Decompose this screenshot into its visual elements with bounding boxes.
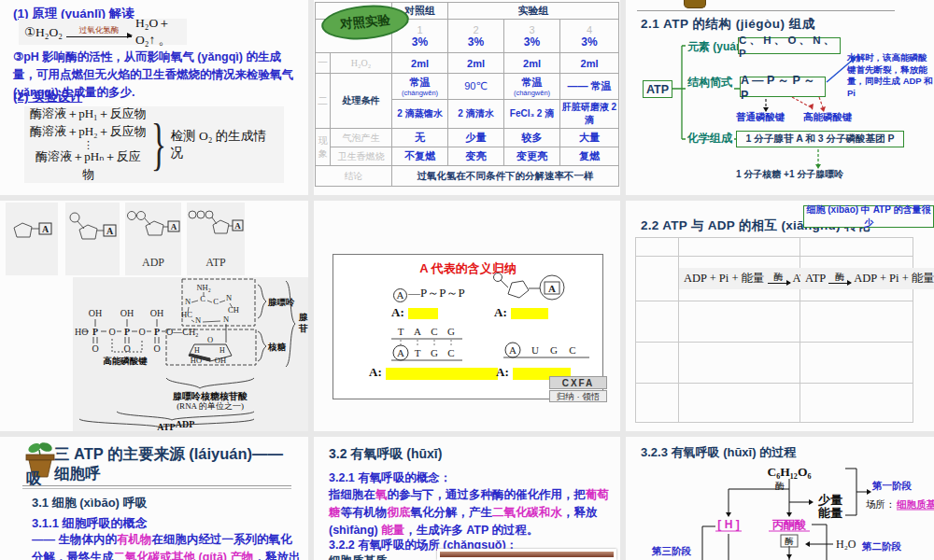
svg-text:O: O [108, 327, 115, 337]
cell-empty [679, 384, 800, 423]
slide-atp-structure[interactable]: 2.1 ATP 的结构 (jiégòu) 组成 元素 (yuánsù) 组成 C… [626, 0, 934, 195]
a-blank-label: A: [369, 365, 498, 380]
arrow-icon [828, 283, 851, 284]
atp-diagram: A [187, 203, 245, 249]
dna-pairing-diagram: T A C G A T G C [389, 326, 475, 365]
def-segment-highlight: 氧 [375, 488, 388, 501]
slide-atp-adp-conversion[interactable]: 2.2 ATP 与 ADP 的相互 (xiānghù) 转化 细胞 (xìbāo… [626, 201, 934, 431]
svg-text:T: T [415, 347, 421, 358]
temp-cell: 90℃ [448, 74, 504, 100]
svg-text:C: C [213, 297, 219, 306]
def-segment-highlight: 能量 [381, 524, 404, 537]
design-line-2: 酶溶液＋pH₂＋反应物 [30, 123, 147, 141]
arrow-icon [768, 283, 790, 284]
svg-text:N: N [185, 297, 191, 306]
design-line-1: 酶溶液＋pH₁＋反应物 [30, 105, 147, 123]
svg-text:第三阶段: 第三阶段 [651, 545, 692, 556]
atp-box: ATP [643, 80, 672, 98]
brand-badge: CXFA [549, 376, 607, 389]
branch-label-chemical: 化学组成 [686, 131, 734, 147]
rna-diagram: A U G C [500, 339, 593, 363]
svg-text:C₆H₁₂O₆: C₆H₁₂O₆ [768, 465, 812, 479]
row-number: 二 [316, 74, 331, 129]
slide-control-experiment[interactable]: 对照实验 对照组 实验组 13% 23% 33% 43% 一 H₂O₂ 2ml … [314, 0, 620, 195]
svg-text:O: O [138, 327, 145, 337]
svg-text:G: G [550, 344, 558, 356]
svg-text:OH: OH [89, 308, 102, 318]
svg-text:H₂O: H₂O [836, 538, 856, 551]
volume-cell: 2ml [448, 53, 504, 74]
svg-text:A: A [397, 347, 404, 358]
a-blank-label: A: [391, 305, 438, 320]
hydrolysis-note: 水解时，该高能磷酸键首先断裂，释放能量，同时生成 ADP 和 Pi [847, 52, 933, 99]
slide-aerobic-process[interactable]: 3.2.3 有氧呼吸 (hūxī) 的过程 C₆H₁₂O₆ 酶 少量 能量 第一… [626, 437, 934, 560]
cell-empty [679, 301, 800, 343]
slide-a-meaning[interactable]: A 代表的含义归纳 A—P～P～P A A: A: T A C G A [314, 201, 620, 431]
answer-blank[interactable] [386, 368, 498, 380]
cell-empty [800, 238, 913, 257]
cell-empty [800, 343, 913, 384]
svg-text:HC: HC [181, 310, 192, 319]
cell-empty [636, 301, 679, 343]
slide-atp-chemical-structure[interactable]: A A A ADP [0, 201, 308, 431]
svg-text:能量: 能量 [818, 506, 842, 520]
a-colon: A: [496, 365, 509, 379]
svg-text:OH: OH [120, 308, 134, 318]
row-label-phenomenon: 现象 [316, 129, 331, 166]
slide-atp-source[interactable]: 三 ATP 的主要来源 (láiyuán)—— 细胞呼 吸 3.1 细胞 (xì… [0, 437, 308, 560]
slide-title: 2.1 ATP 的结构 (jiégòu) 组成 [641, 16, 815, 33]
temp-pinyin: (chángwēn) [393, 90, 446, 97]
reactant: ATP [805, 272, 826, 286]
enzyme-arrow: 酶 [828, 272, 851, 287]
slide-aerobic-respiration[interactable]: 3.2 有氧呼吸 (hūxī) 3.2.1 有氧呼吸的概念： 指细胞在氧的参与下… [314, 437, 620, 560]
structural-formula-drawing: HO P O P O P O—CH₂ OH OH OH O O O [73, 277, 308, 431]
slide-principle[interactable]: (1) 原理 (yuánlǐ) 解读 ①H₂O₂ 过氧化氢酶 H₂O＋O₂↑ 。… [0, 0, 308, 195]
temp-value: 常温 [505, 76, 559, 90]
volume-cell: 2ml [392, 53, 448, 74]
nucleoside-diagram: A [6, 203, 58, 255]
def-segment-highlight: 二氧化碳或其他 (qítā) 产物 [114, 551, 254, 560]
a-colon: A: [494, 305, 507, 319]
svg-text:O—CH₂: O—CH₂ [166, 327, 199, 337]
temp-value: 常温 [393, 76, 446, 90]
addition-cell: 肝脏研磨液 2 滴 [560, 100, 619, 129]
svg-text:G: G [431, 347, 438, 358]
common-bond-label: 普通磷酸键 [736, 111, 785, 124]
experiment-design-box: 酶溶液＋pH₁＋反应物 酶溶液＋pH₂＋反应物 ⋮ 酶溶液＋pHₙ＋反应物 } … [24, 106, 284, 183]
answer-blank[interactable] [408, 308, 438, 319]
incense-cell: 变亮 [448, 147, 504, 166]
svg-text:T: T [398, 326, 404, 337]
volume-cell: 2ml [560, 53, 619, 74]
cell-empty [679, 238, 800, 257]
enzyme-label: 过氧化氢酶 [79, 26, 120, 35]
svg-text:第一阶段: 第一阶段 [871, 480, 913, 491]
reverse-reaction-cell: ATP酶ADP + Pi + 能量 [800, 257, 913, 301]
adp-panel-label: ADP [125, 256, 181, 270]
section-3-2-1: 3.2.1 有氧呼吸的概念： [329, 470, 451, 486]
concentration: 3% [449, 35, 502, 49]
svg-text:A: A [42, 224, 50, 234]
incense-cell: 不复燃 [392, 147, 448, 166]
def-segment: 的参与下，通过多种酶的催化作用，把 [388, 488, 587, 501]
phosphate-tail: —P～P～P [408, 286, 465, 300]
mitochondria-photo [437, 549, 616, 560]
atp-amount-note: 细胞 (xìbāo) 中 ATP 的含量很少 [803, 205, 934, 228]
svg-text:OH: OH [150, 308, 163, 318]
design-line-n: 酶溶液＋pHₙ＋反应物 [30, 148, 147, 184]
design-lines: 酶溶液＋pH₁＋反应物 酶溶液＋pH₂＋反应物 ⋮ 酶溶液＋pHₙ＋反应物 [30, 105, 147, 184]
circled-a: A [393, 288, 407, 302]
incense-cell: 复燃 [560, 147, 619, 166]
row-number: 一 [316, 53, 331, 74]
group-cell: 23% [448, 20, 504, 53]
slide-title: 3.2.3 有氧呼吸 (hūxī) 的过程 [641, 444, 796, 461]
title-rule [22, 485, 291, 489]
svg-text:丙酮酸: 丙酮酸 [771, 518, 806, 531]
def-segment: ，生成许多 ATP 的过程。 [404, 524, 538, 537]
answer-blank[interactable] [511, 308, 548, 319]
branch-label-formula: 结构简式 [686, 75, 734, 91]
svg-text:CH: CH [228, 305, 239, 315]
svg-text:第二阶段: 第二阶段 [861, 540, 902, 552]
design-result: 检测 O₂ 的生成情况 [171, 128, 278, 161]
atp-panel: A ATP [187, 203, 245, 275]
section-3-2: 3.2 有氧呼吸 (hūxī) [329, 446, 442, 463]
